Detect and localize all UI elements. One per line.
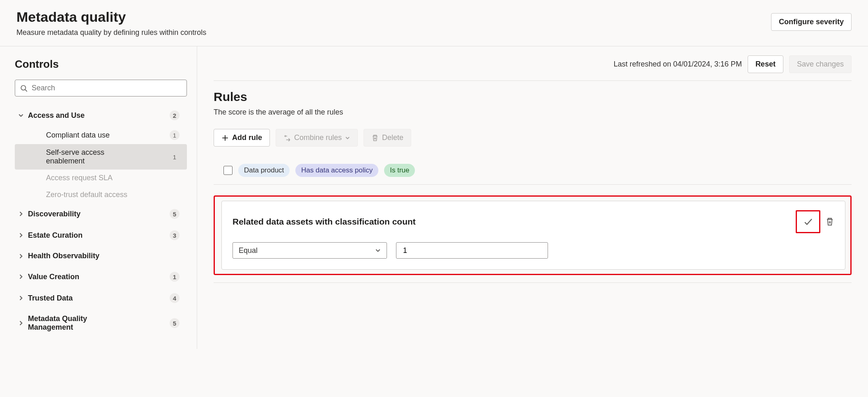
sidebar-group-estate-curation[interactable]: Estate Curation 3 bbox=[15, 225, 187, 246]
sidebar-group-label: Trusted Data bbox=[28, 294, 73, 303]
trash-icon bbox=[371, 134, 379, 142]
chevron-right-icon bbox=[18, 253, 24, 259]
sidebar-group-access-and-use[interactable]: Access and Use 2 bbox=[15, 105, 187, 126]
chevron-down-icon bbox=[18, 112, 24, 118]
count-badge: 1 bbox=[170, 272, 180, 282]
sidebar-group-label: Value Creation bbox=[28, 273, 79, 281]
trash-icon[interactable] bbox=[825, 217, 834, 226]
sidebar-item-label: Access request SLA bbox=[46, 174, 113, 182]
search-input-wrapper[interactable] bbox=[15, 80, 187, 96]
chevron-down-icon bbox=[345, 135, 350, 140]
operator-value: Equal bbox=[239, 246, 258, 255]
value-input-wrapper[interactable] bbox=[396, 242, 548, 259]
reset-button[interactable]: Reset bbox=[748, 55, 783, 73]
add-rule-button[interactable]: Add rule bbox=[214, 129, 270, 147]
sidebar-group-trusted-data[interactable]: Trusted Data 4 bbox=[15, 287, 187, 309]
chevron-right-icon bbox=[18, 232, 24, 238]
count-badge: 4 bbox=[170, 293, 180, 303]
main-content: Last refreshed on 04/01/2024, 3:16 PM Re… bbox=[197, 46, 868, 349]
sidebar-item-compliant-data-use[interactable]: Compliant data use 1 bbox=[15, 126, 187, 144]
sidebar-group-label: Estate Curation bbox=[28, 231, 83, 240]
sidebar-item-label: Self-serve access enablement bbox=[46, 148, 136, 165]
page-title: Metadata quality bbox=[16, 9, 206, 25]
rule-checkbox[interactable] bbox=[223, 166, 233, 175]
svg-line-1 bbox=[25, 89, 27, 92]
chevron-right-icon bbox=[18, 211, 24, 217]
count-badge: 1 bbox=[170, 152, 180, 162]
add-rule-label: Add rule bbox=[232, 133, 262, 142]
sidebar-group-value-creation[interactable]: Value Creation 1 bbox=[15, 266, 187, 287]
sidebar-group-label: Discoverability bbox=[28, 210, 81, 218]
sidebar-item-self-serve-access[interactable]: Self-serve access enablement 1 bbox=[15, 144, 187, 170]
combine-rules-button: Combine rules bbox=[276, 129, 358, 147]
save-label: Save changes bbox=[797, 60, 844, 69]
edit-rule-title: Related data assets with classification … bbox=[233, 217, 416, 227]
confirm-rule-highlight bbox=[796, 210, 820, 233]
rules-subheading: The score is the average of all the rule… bbox=[214, 108, 852, 117]
count-badge: 5 bbox=[170, 209, 180, 219]
chevron-right-icon bbox=[18, 295, 24, 301]
delete-rule-label: Delete bbox=[382, 133, 403, 142]
sidebar-group-health-observability[interactable]: Health Observability bbox=[15, 246, 187, 266]
check-icon[interactable] bbox=[803, 216, 813, 227]
sidebar-group-label: Access and Use bbox=[28, 111, 85, 120]
combine-rules-label: Combine rules bbox=[294, 133, 342, 142]
page-subtitle: Measure metadata quality by defining rul… bbox=[16, 28, 206, 37]
sidebar-group-discoverability[interactable]: Discoverability 5 bbox=[15, 203, 187, 225]
count-badge: 1 bbox=[170, 130, 180, 140]
tag-attribute: Has data access policy bbox=[295, 164, 378, 177]
delete-rule-button: Delete bbox=[364, 129, 411, 147]
count-badge: 5 bbox=[170, 318, 180, 328]
reset-label: Reset bbox=[755, 60, 776, 69]
tag-condition: Is true bbox=[384, 164, 415, 177]
count-badge: 2 bbox=[170, 110, 180, 120]
count-badge: 3 bbox=[170, 230, 180, 240]
operator-select[interactable]: Equal bbox=[233, 242, 387, 259]
configure-severity-button[interactable]: Configure severity bbox=[771, 13, 852, 31]
rule-row[interactable]: Data product Has data access policy Is t… bbox=[214, 158, 852, 185]
edit-rule-card: Related data assets with classification … bbox=[221, 201, 845, 270]
chevron-down-icon bbox=[375, 248, 381, 253]
sidebar-item-label: Zero-trust default access bbox=[46, 190, 127, 199]
plus-icon bbox=[221, 134, 229, 142]
svg-point-0 bbox=[21, 85, 25, 90]
sidebar-heading: Controls bbox=[15, 58, 187, 71]
edit-rule-highlight: Related data assets with classification … bbox=[214, 195, 852, 275]
search-input[interactable] bbox=[31, 83, 182, 93]
sidebar-group-label: Metadata Quality Management bbox=[28, 314, 127, 332]
value-input[interactable] bbox=[402, 246, 542, 255]
sidebar-item-access-request-sla[interactable]: Access request SLA bbox=[15, 170, 187, 186]
last-refreshed-text: Last refreshed on 04/01/2024, 3:16 PM bbox=[614, 60, 742, 69]
tag-scope: Data product bbox=[238, 164, 290, 177]
configure-severity-label: Configure severity bbox=[779, 18, 844, 26]
sidebar-group-metadata-quality-mgmt[interactable]: Metadata Quality Management 5 bbox=[15, 309, 187, 337]
chevron-right-icon bbox=[18, 320, 24, 326]
sidebar-item-label: Compliant data use bbox=[46, 131, 110, 140]
sidebar-item-zero-trust[interactable]: Zero-trust default access bbox=[15, 186, 187, 203]
combine-icon bbox=[283, 134, 291, 142]
sidebar: Controls Access and Use 2 bbox=[0, 46, 197, 349]
sidebar-group-label: Health Observability bbox=[28, 252, 99, 260]
save-changes-button: Save changes bbox=[789, 55, 852, 73]
search-icon bbox=[20, 85, 28, 92]
rules-heading: Rules bbox=[214, 90, 852, 104]
chevron-right-icon bbox=[18, 274, 24, 280]
